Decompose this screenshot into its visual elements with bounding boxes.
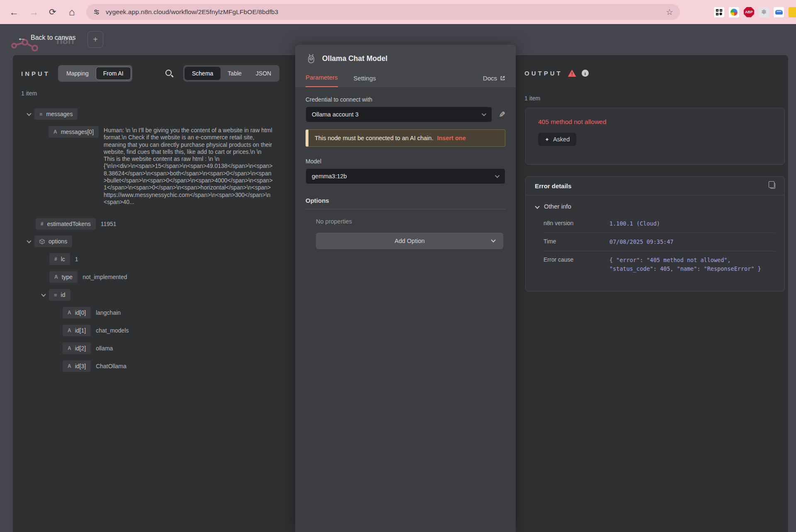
detail-label: Error cause (544, 256, 609, 273)
add-option-button[interactable]: Add Option (316, 233, 503, 249)
tree-value: ollama (96, 345, 113, 352)
credential-select[interactable]: Ollama account 3 (306, 107, 492, 122)
tree-key-pill[interactable]: ≡ messages (34, 108, 78, 120)
chevron-down-icon[interactable] (27, 238, 31, 243)
chevron-down-icon[interactable] (27, 111, 31, 116)
detail-value: { "error": "405 method not allowed", "st… (609, 256, 775, 273)
tree-value: langchain (96, 309, 121, 316)
browser-home-icon[interactable]: ⌂ (69, 0, 75, 24)
error-details-table: n8n version 1.100.1 (Cloud) Time 07/08/2… (544, 215, 775, 278)
sparkle-icon: ✦ (545, 136, 549, 143)
input-panel-title: INPUT (21, 70, 50, 77)
back-arrow-icon: ← (17, 33, 26, 42)
tree-key: messages[0] (61, 129, 94, 135)
tree-row: A id[1] chat_models (63, 325, 292, 336)
model-label: Model (306, 158, 505, 165)
tree-row: # estimatedTokens 11951 (36, 218, 292, 230)
tree-row: A id[3] ChatOllama (63, 360, 292, 372)
options-divider (306, 209, 505, 209)
tree-key-pill[interactable]: # estimatedTokens (36, 218, 96, 230)
input-mode-switch: Mapping From AI (58, 65, 132, 82)
back-to-canvas-button[interactable]: ← Back to canvas (17, 33, 76, 42)
tree-row: A id[0] langchain (63, 307, 292, 318)
string-icon: A (68, 310, 71, 316)
tab-from-ai[interactable]: From AI (96, 67, 131, 80)
add-option-label: Add Option (395, 238, 425, 244)
tree-key-pill[interactable]: A messages[0] (49, 126, 99, 138)
detail-label: Time (544, 238, 609, 246)
tree-row: # lc 1 (49, 253, 292, 265)
tree-value: 1 (75, 256, 78, 262)
tab-parameters[interactable]: Parameters (306, 74, 338, 87)
tree-key-pill[interactable]: A id[1] (63, 325, 91, 336)
bookmark-star-icon[interactable]: ☆ (666, 7, 673, 17)
string-icon: A (53, 129, 57, 135)
docs-label: Docs (483, 75, 497, 82)
search-icon[interactable] (165, 70, 172, 76)
tree-key: type (62, 274, 73, 280)
tree-row: A messages[0] Human: \n \n I'll be givin… (49, 126, 292, 212)
tree-row: ≡ id (42, 289, 292, 301)
ai-asked-button[interactable]: ✦ Asked (538, 133, 576, 146)
output-panel: OUTPUT ! i 1 item 405 method not allowed… (516, 55, 788, 532)
adblock-extension-icon[interactable]: ABP (744, 7, 754, 17)
copy-icon[interactable] (770, 183, 775, 189)
no-properties-text: No properties (316, 218, 505, 225)
address-bar[interactable]: vygeek.app.n8n.cloud/workflow/2E5fnylzMF… (86, 4, 680, 20)
tree-key: id[1] (75, 327, 86, 334)
site-settings-icon[interactable] (93, 8, 100, 16)
tree-key-pill[interactable]: A id[0] (63, 307, 91, 318)
qr-extension-icon[interactable] (714, 7, 724, 17)
info-glyph: i (585, 71, 586, 76)
string-icon: A (54, 274, 58, 280)
clipped-extension-icon[interactable] (789, 7, 796, 17)
url-text: vygeek.app.n8n.cloud/workflow/2E5fnylzMF… (106, 8, 278, 16)
tree-row: options (27, 236, 292, 247)
tree-key-pill[interactable]: A id[2] (63, 343, 91, 354)
output-panel-title: OUTPUT (524, 70, 563, 77)
number-icon: # (41, 221, 44, 227)
browser-forward-icon[interactable]: → (29, 0, 39, 24)
list-icon: ≡ (54, 292, 57, 298)
car-extension-icon[interactable] (774, 7, 784, 17)
insert-one-link[interactable]: Insert one (437, 135, 466, 141)
tab-json[interactable]: JSON (249, 67, 278, 80)
tree-key-pill[interactable]: A type (49, 271, 78, 283)
tree-value: Human: \n \n I'll be giving you the cont… (104, 127, 274, 206)
exclamation-glyph: ! (571, 71, 573, 77)
browser-back-icon[interactable]: ← (9, 0, 19, 24)
error-details-title: Error details (535, 182, 571, 189)
tab-table[interactable]: Table (221, 67, 248, 80)
tree-key-pill[interactable]: options (34, 236, 72, 247)
tab-settings[interactable]: Settings (354, 75, 376, 87)
chevron-down-icon (495, 173, 500, 178)
chevron-down-icon[interactable] (41, 292, 46, 296)
browser-reload-icon[interactable]: ⟳ (49, 0, 56, 24)
other-info-toggle[interactable]: Other info (526, 195, 784, 210)
node-parameters-body: Credential to connect with Ollama accoun… (295, 87, 516, 532)
tree-value: chat_models (96, 327, 129, 334)
photos-extension-icon[interactable] (729, 7, 739, 17)
docs-link[interactable]: Docs (483, 75, 505, 87)
tree-key-pill[interactable]: A id[3] (63, 360, 91, 372)
string-icon: A (68, 345, 71, 351)
table-row: Error cause { "error": "405 method not a… (544, 251, 775, 278)
chevron-down-icon (535, 204, 539, 209)
model-select[interactable]: gemma3:12b (306, 168, 505, 184)
input-item-count: 1 item (21, 90, 37, 97)
credential-value: Ollama account 3 (312, 111, 359, 118)
number-icon: # (54, 256, 57, 262)
tab-mapping[interactable]: Mapping (59, 67, 96, 80)
tree-key: options (49, 238, 67, 245)
info-icon[interactable]: i (582, 70, 589, 77)
edit-credential-icon[interactable]: ✎ (499, 110, 505, 119)
external-link-icon (500, 75, 505, 81)
flower-extension-icon[interactable]: ✽ (759, 7, 769, 17)
tree-key-pill[interactable]: ≡ id (49, 289, 70, 301)
add-node-button[interactable]: + (87, 31, 103, 48)
tree-key: id[3] (75, 363, 86, 369)
tab-schema[interactable]: Schema (184, 67, 221, 80)
tree-value: not_implemented (83, 274, 127, 280)
tree-key-pill[interactable]: # lc (49, 253, 70, 265)
input-view-switch: Schema Table JSON (183, 65, 279, 82)
